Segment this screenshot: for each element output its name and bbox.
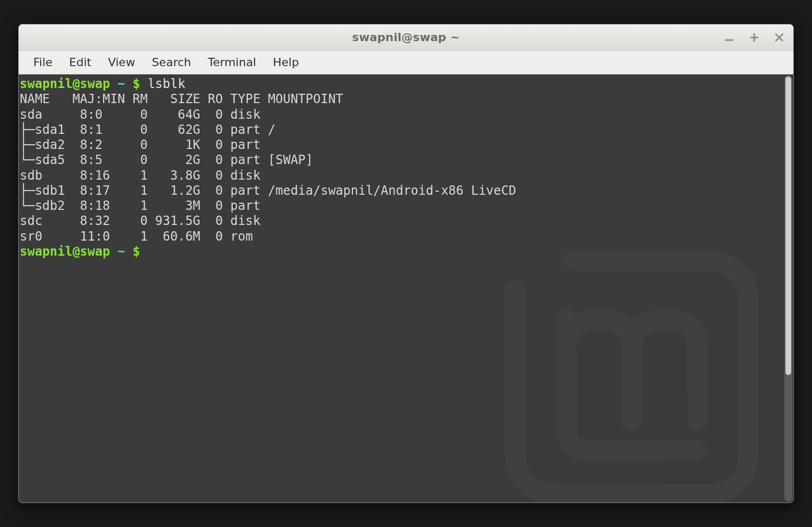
menu-edit[interactable]: Edit	[61, 53, 100, 72]
titlebar[interactable]: swapnil@swap ~	[19, 24, 793, 51]
menu-help[interactable]: Help	[264, 53, 307, 72]
menu-search[interactable]: Search	[144, 53, 200, 72]
terminal-viewport[interactable]: swapnil@swap ~ $ lsblk NAME MAJ:MIN RM S…	[19, 74, 793, 503]
terminal-window: swapnil@swap ~ File Edit View Search Ter…	[18, 24, 794, 503]
window-controls	[722, 24, 786, 50]
menu-terminal[interactable]: Terminal	[199, 53, 264, 72]
menubar: File Edit View Search Terminal Help	[19, 51, 793, 74]
maximize-button[interactable]	[747, 31, 761, 44]
close-button[interactable]	[772, 31, 786, 44]
minimize-button[interactable]	[722, 31, 736, 44]
terminal-output[interactable]: swapnil@swap ~ $ lsblk NAME MAJ:MIN RM S…	[19, 74, 784, 503]
menu-view[interactable]: View	[99, 53, 143, 72]
menu-file[interactable]: File	[25, 53, 61, 72]
window-title: swapnil@swap ~	[352, 31, 460, 44]
scrollbar-thumb[interactable]	[785, 77, 791, 375]
scrollbar[interactable]	[784, 76, 792, 501]
